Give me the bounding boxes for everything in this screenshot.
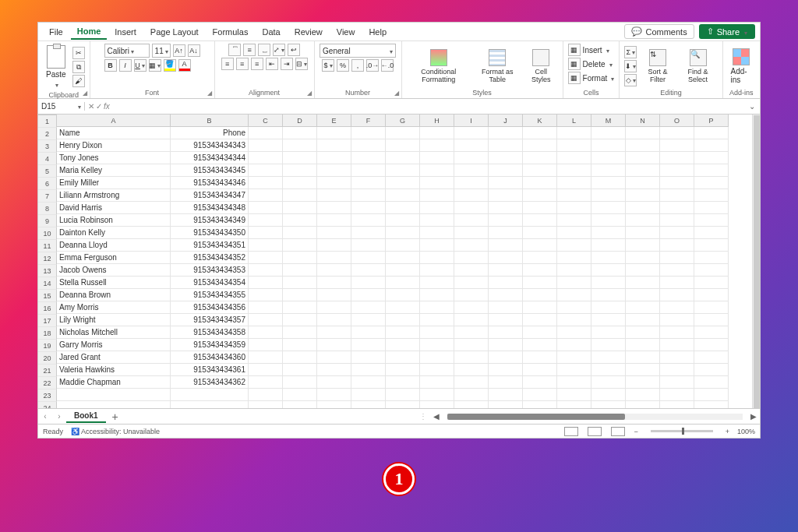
cell[interactable] [386, 239, 420, 252]
number-launcher[interactable]: ◢ [394, 90, 399, 97]
cell[interactable] [591, 127, 626, 139]
cell[interactable] [283, 127, 317, 139]
cell[interactable] [454, 202, 489, 214]
cell[interactable]: 915343434352 [171, 252, 249, 264]
cell[interactable] [557, 189, 591, 202]
enter-formula-icon[interactable]: ✓ [96, 102, 102, 111]
fx-icon[interactable]: fx [104, 102, 110, 111]
cell[interactable] [317, 177, 351, 189]
cell[interactable] [557, 326, 591, 339]
cell[interactable] [694, 252, 729, 264]
border-button[interactable]: ▦ [149, 59, 161, 72]
cell[interactable] [351, 152, 386, 164]
orientation-button[interactable]: ⤢ [273, 44, 285, 56]
format-cells-button[interactable]: ▦Format [568, 72, 615, 84]
row-header[interactable]: 2 [38, 128, 57, 140]
cell[interactable] [489, 376, 523, 389]
addins-button[interactable]: Add-ins [728, 47, 755, 86]
cell[interactable] [249, 152, 283, 164]
row-header[interactable]: 7 [38, 190, 57, 203]
cell[interactable] [454, 301, 489, 314]
cell[interactable] [249, 189, 283, 202]
cell[interactable] [249, 252, 283, 264]
cell[interactable] [523, 376, 557, 389]
cell[interactable] [454, 364, 489, 376]
cell[interactable]: Henry Dixon [57, 139, 171, 152]
cell[interactable] [591, 314, 626, 326]
cell[interactable] [523, 401, 557, 408]
cell[interactable] [283, 252, 317, 264]
cell[interactable] [171, 401, 249, 408]
row-header[interactable]: 20 [38, 352, 57, 365]
cell[interactable] [591, 301, 626, 314]
cell[interactable] [171, 389, 249, 401]
cell[interactable] [626, 389, 660, 401]
shrink-font-button[interactable]: A↓ [188, 44, 200, 57]
cell[interactable] [660, 364, 694, 376]
cell[interactable] [489, 177, 523, 189]
cell[interactable] [454, 289, 489, 301]
cell[interactable] [591, 139, 626, 152]
cell[interactable] [386, 326, 420, 339]
cell[interactable] [694, 152, 729, 164]
cell[interactable] [489, 351, 523, 364]
cell[interactable] [626, 264, 660, 277]
cell[interactable] [454, 277, 489, 289]
cell[interactable]: 915343434346 [171, 177, 249, 189]
cell[interactable] [557, 152, 591, 164]
col-header[interactable]: A [57, 115, 171, 127]
cell[interactable] [249, 339, 283, 351]
cell[interactable] [660, 139, 694, 152]
cell[interactable] [454, 389, 489, 401]
cell[interactable] [420, 339, 454, 351]
cell[interactable] [317, 389, 351, 401]
cell[interactable]: 915343434360 [171, 351, 249, 364]
cell[interactable] [420, 364, 454, 376]
cell[interactable] [420, 326, 454, 339]
cell[interactable] [523, 389, 557, 401]
tab-scroll-gripper[interactable]: ⋮ [419, 412, 430, 421]
cell[interactable] [489, 152, 523, 164]
cut-button[interactable]: ✂ [72, 47, 85, 59]
cell[interactable] [557, 351, 591, 364]
row-header[interactable]: 3 [38, 140, 57, 153]
cell[interactable] [557, 139, 591, 152]
cell[interactable] [283, 326, 317, 339]
new-sheet-button[interactable]: + [106, 411, 125, 422]
cell[interactable] [489, 139, 523, 152]
col-header[interactable]: G [386, 115, 420, 127]
cell[interactable] [557, 289, 591, 301]
comma-style-button[interactable]: , [351, 59, 364, 72]
hscroll-left[interactable]: ◀ [430, 412, 443, 421]
cell[interactable]: 915343434353 [171, 264, 249, 277]
cell[interactable] [454, 189, 489, 202]
cell[interactable] [694, 401, 729, 408]
cell[interactable] [420, 189, 454, 202]
cell[interactable] [249, 164, 283, 177]
cell[interactable] [420, 227, 454, 239]
col-header[interactable]: B [171, 115, 249, 127]
cell[interactable] [454, 252, 489, 264]
cell[interactable] [591, 277, 626, 289]
cell[interactable] [351, 189, 386, 202]
cell[interactable] [557, 376, 591, 389]
cell[interactable] [283, 351, 317, 364]
clear-button[interactable]: ◇ [624, 74, 637, 86]
cell[interactable] [523, 152, 557, 164]
page-break-view-button[interactable] [611, 427, 625, 436]
cell[interactable] [626, 339, 660, 351]
page-layout-view-button[interactable] [588, 427, 602, 436]
cell[interactable] [283, 277, 317, 289]
tab-insert[interactable]: Insert [108, 25, 143, 39]
cell[interactable] [626, 127, 660, 139]
cell[interactable] [489, 264, 523, 277]
font-launcher[interactable]: ◢ [207, 90, 212, 97]
cell[interactable] [317, 227, 351, 239]
cell[interactable] [283, 164, 317, 177]
cell[interactable] [489, 214, 523, 227]
cell[interactable] [283, 202, 317, 214]
cell[interactable] [489, 389, 523, 401]
cell[interactable] [454, 339, 489, 351]
cell[interactable]: Maddie Chapman [57, 376, 171, 389]
row-header[interactable]: 10 [38, 227, 57, 240]
